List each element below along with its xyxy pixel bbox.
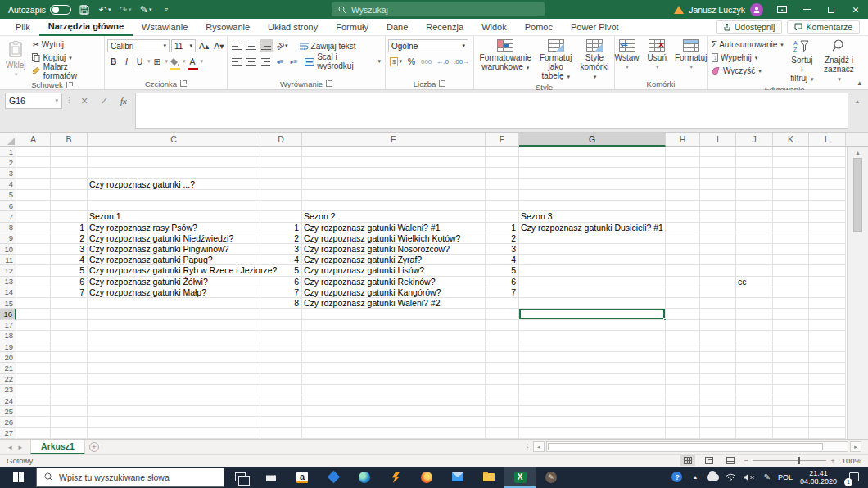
cell-F3[interactable]	[486, 168, 519, 178]
cell-A18[interactable]	[16, 331, 51, 341]
format-as-table-button[interactable]: Formatuj jako tabelę ▾	[536, 38, 575, 83]
cell-G10[interactable]	[519, 244, 666, 255]
cell-A12[interactable]	[16, 265, 51, 276]
tab-recenzja[interactable]: Recenzja	[417, 19, 472, 36]
accounting-format-icon[interactable]: $▾	[388, 55, 404, 68]
row-header-2[interactable]: 2	[0, 157, 16, 168]
cell-J27[interactable]	[736, 428, 773, 439]
cell-D16[interactable]	[260, 309, 302, 319]
column-header-D[interactable]: D	[260, 133, 302, 147]
row-header-11[interactable]: 11	[0, 255, 16, 265]
cell-H20[interactable]	[666, 352, 700, 363]
row-header-4[interactable]: 4	[0, 179, 16, 190]
cell-C7[interactable]: Sezon 1	[88, 211, 260, 222]
cell-I19[interactable]	[700, 341, 736, 352]
maximize-button[interactable]	[819, 0, 843, 19]
cell-G6[interactable]	[519, 201, 666, 211]
sort-filter-button[interactable]: AZ Sortuj i filtruj ▾	[787, 38, 817, 85]
excel-app-button[interactable]: X	[504, 467, 536, 488]
cell-H1[interactable]	[666, 147, 700, 157]
cell-J5[interactable]	[736, 190, 773, 201]
cell-D18[interactable]	[260, 331, 302, 341]
align-right-icon[interactable]	[260, 55, 273, 68]
pen-icon[interactable]: ✎▾	[138, 2, 153, 17]
cell-E6[interactable]	[302, 201, 486, 211]
scroll-right-icon[interactable]: ▸	[850, 441, 861, 452]
cell-I2[interactable]	[700, 157, 736, 168]
cell-K3[interactable]	[773, 168, 809, 178]
cell-H16[interactable]	[666, 309, 700, 319]
cell-J15[interactable]	[736, 298, 773, 309]
bold-button[interactable]: B	[107, 55, 120, 68]
format-painter-button[interactable]: Malarz formatów	[30, 65, 102, 77]
tab-power-pivot[interactable]: Power Pivot	[562, 19, 628, 36]
task-view-button[interactable]	[224, 467, 255, 488]
cell-C20[interactable]	[88, 352, 260, 363]
cell-A7[interactable]	[16, 211, 51, 222]
format-cells-button[interactable]: Formatuj ▾	[671, 38, 710, 73]
delete-cells-button[interactable]: Usuń ▾	[644, 38, 670, 73]
horizontal-scrollbar[interactable]: ⋮ ◂ ▸	[524, 440, 868, 454]
row-header-6[interactable]: 6	[0, 201, 16, 211]
column-header-A[interactable]: A	[16, 133, 51, 147]
cell-I4[interactable]	[700, 179, 736, 190]
cell-L5[interactable]	[809, 190, 846, 201]
amazon-app-button[interactable]: a	[287, 467, 318, 488]
cell-D23[interactable]	[260, 385, 302, 395]
cell-G23[interactable]	[519, 385, 666, 395]
column-header-K[interactable]: K	[773, 133, 809, 147]
cell-D26[interactable]	[260, 417, 302, 427]
cell-H24[interactable]	[666, 395, 700, 406]
cell-C13[interactable]: Czy rozpoznasz gatunki Żółwi?	[88, 277, 260, 287]
cell-H12[interactable]	[666, 265, 700, 276]
cell-C12[interactable]: Czy rozpoznasz gatunki Ryb w Rzece i Jez…	[88, 265, 260, 276]
cell-L17[interactable]	[809, 320, 846, 331]
cell-J26[interactable]	[736, 417, 773, 427]
cell-H23[interactable]	[666, 385, 700, 395]
cell-E22[interactable]	[302, 374, 486, 385]
insert-function-icon[interactable]: fx	[115, 93, 132, 109]
save-icon[interactable]	[77, 2, 92, 17]
increase-decimal-icon[interactable]: ←.0	[435, 55, 450, 68]
new-sheet-button[interactable]: +	[85, 440, 103, 454]
cell-B20[interactable]	[51, 352, 88, 363]
row-header-20[interactable]: 20	[0, 352, 16, 363]
cell-A6[interactable]	[16, 201, 51, 211]
row-header-27[interactable]: 27	[0, 428, 16, 439]
cell-I11[interactable]	[700, 255, 736, 265]
cell-D1[interactable]	[260, 147, 302, 157]
dropbox-app-button[interactable]	[318, 467, 349, 488]
cell-J20[interactable]	[736, 352, 773, 363]
cell-F18[interactable]	[486, 331, 519, 341]
cell-J21[interactable]	[736, 363, 773, 373]
cell-B21[interactable]	[51, 363, 88, 373]
cell-J12[interactable]	[736, 265, 773, 276]
cell-K27[interactable]	[773, 428, 809, 439]
cut-button[interactable]: ✂Wytnij	[30, 38, 102, 51]
cell-D15[interactable]: 8	[260, 298, 302, 309]
align-bottom-icon[interactable]	[260, 39, 273, 52]
cell-F23[interactable]	[486, 385, 519, 395]
cell-J16[interactable]	[736, 309, 773, 319]
vertical-scroll-thumb[interactable]	[853, 158, 862, 232]
cell-B11[interactable]: 4	[51, 255, 88, 265]
splitter-handle[interactable]: ⋮	[524, 443, 531, 451]
cell-A23[interactable]	[16, 385, 51, 395]
cell-L1[interactable]	[809, 147, 846, 157]
cell-B6[interactable]	[51, 201, 88, 211]
cell-K8[interactable]	[773, 223, 809, 233]
font-name-select[interactable]: Calibri▾	[107, 39, 170, 52]
cell-I27[interactable]	[700, 428, 736, 439]
cell-B25[interactable]	[51, 406, 88, 417]
cell-F10[interactable]: 3	[486, 244, 519, 255]
align-top-icon[interactable]	[230, 39, 243, 52]
cell-J19[interactable]	[736, 341, 773, 352]
alignment-dialog-launcher-icon[interactable]	[326, 80, 332, 87]
onedrive-tray-button[interactable]	[705, 467, 721, 488]
cell-K22[interactable]	[773, 374, 809, 385]
zoom-slider[interactable]: − +	[744, 456, 835, 465]
cell-E11[interactable]: Czy rozpoznasz gatunki Żyraf?	[302, 255, 486, 265]
cell-C23[interactable]	[88, 385, 260, 395]
cell-J6[interactable]	[736, 201, 773, 211]
cell-D11[interactable]: 4	[260, 255, 302, 265]
